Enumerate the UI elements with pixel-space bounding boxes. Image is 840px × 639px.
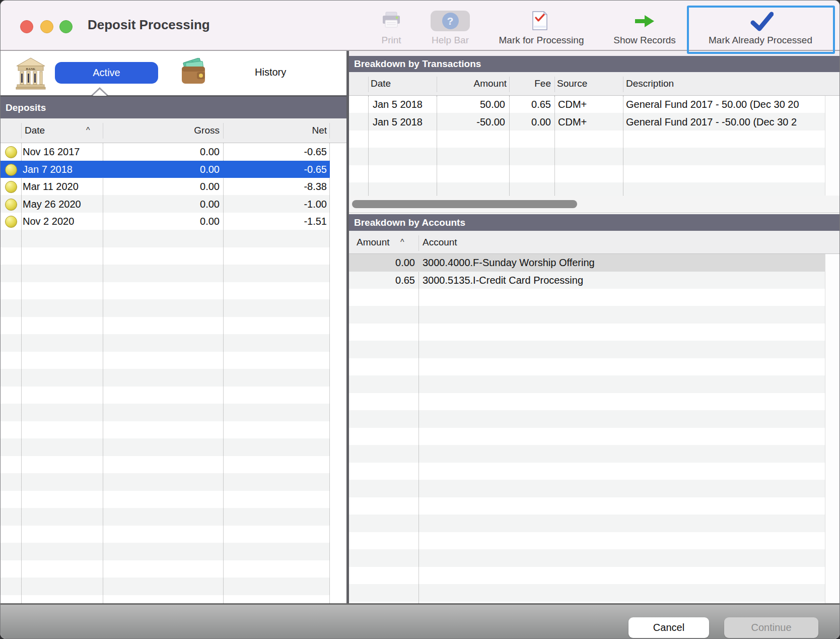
deposit-status-icon [5, 164, 17, 176]
accounts-col-account[interactable]: Account [423, 237, 457, 248]
highlight-border [687, 6, 835, 54]
accounts-table: 0.00 3000.4000.F-Sunday Worship Offering… [349, 254, 840, 603]
transactions-col-fee[interactable]: Fee [534, 78, 551, 89]
accounts-vertical-scrollbar[interactable] [825, 254, 840, 603]
tab-active[interactable]: Active [55, 62, 158, 84]
table-row[interactable]: May 26 2020 0.00 -1.00 [1, 196, 330, 213]
deposits-col-date[interactable]: Date [25, 125, 45, 136]
table-row[interactable]: Nov 2 2020 0.00 -1.51 [1, 213, 330, 230]
table-row[interactable]: 0.65 3000.5135.I-Credit Card Processing [349, 272, 825, 289]
transactions-horizontal-scrollbar[interactable] [349, 196, 840, 213]
active-tab-pointer-fill [93, 89, 107, 96]
deposits-section-title: Deposits [6, 102, 46, 113]
accounts-section-title: Breakdown by Accounts [354, 217, 465, 228]
close-window-button[interactable] [20, 20, 33, 33]
sort-ascending-icon: ^ [86, 126, 90, 135]
footer-bar: Cancel Continue [1, 603, 840, 639]
deposit-status-icon [5, 216, 17, 228]
cancel-button-label: Cancel [653, 622, 684, 633]
continue-button-label: Continue [751, 622, 791, 633]
print-icon [382, 12, 401, 32]
deposits-table: Nov 16 2017 0.00 -0.65 Jan 7 2018 0.00 -… [1, 143, 346, 603]
accounts-table-stripes [349, 254, 825, 603]
minimize-window-button[interactable] [40, 20, 53, 33]
transactions-col-date[interactable]: Date [371, 78, 391, 89]
transactions-col-description[interactable]: Description [626, 78, 674, 89]
accounts-section-header: Breakdown by Accounts [349, 214, 840, 231]
transactions-bottom-border [349, 213, 840, 213]
deposits-col-gross[interactable]: Gross [194, 125, 220, 136]
table-row[interactable]: Jan 5 2018 50.00 0.65 CDM+ General Fund … [349, 96, 825, 113]
table-row[interactable]: Nov 16 2017 0.00 -0.65 [1, 143, 330, 161]
transactions-vertical-scrollbar[interactable] [825, 96, 840, 196]
zoom-window-button[interactable] [59, 20, 73, 33]
page-title: Deposit Processing [88, 17, 210, 33]
deposit-status-icon [5, 146, 17, 158]
transactions-column-header: Date Amount Fee Source Description [349, 72, 840, 96]
mark-for-processing-icon [532, 11, 548, 33]
cancel-button[interactable]: Cancel [628, 617, 709, 638]
table-row-selected[interactable]: 0.00 3000.4000.F-Sunday Worship Offering [349, 254, 825, 272]
deposits-column-header: Date ^ Gross Net [1, 118, 346, 143]
transactions-section-title: Breakdown by Transactions [354, 58, 481, 70]
tab-history[interactable]: History [255, 67, 286, 78]
bank-icon: BANK [16, 57, 46, 92]
help-bar-button[interactable]: Help Bar [432, 35, 469, 46]
table-row-selected[interactable]: Jan 7 2018 0.00 -0.65 [1, 161, 330, 178]
transactions-col-source[interactable]: Source [557, 78, 587, 89]
table-row[interactable]: Mar 11 2020 0.00 -8.38 [1, 178, 330, 196]
deposit-processing-window: Deposit Processing Print ? Help Bar Mark… [0, 0, 840, 639]
horizontal-scrollbar-thumb[interactable] [352, 200, 577, 208]
deposit-status-icon [5, 181, 17, 193]
transactions-table: Jan 5 2018 50.00 0.65 CDM+ General Fund … [349, 96, 840, 196]
deposit-status-icon [5, 199, 17, 211]
deposits-col-net[interactable]: Net [312, 125, 327, 136]
accounts-column-header: Amount ^ Account [349, 231, 840, 254]
tab-bar: BANK Active [1, 51, 346, 95]
transactions-col-amount[interactable]: Amount [474, 78, 507, 89]
question-mark-icon: ? [442, 13, 459, 29]
sort-ascending-icon: ^ [400, 238, 404, 247]
transactions-section-header: Breakdown by Transactions [349, 56, 840, 72]
continue-button[interactable]: Continue [724, 617, 818, 638]
show-records-arrow-icon [635, 14, 654, 30]
tab-active-label: Active [93, 67, 120, 79]
help-bar-icon: ? [431, 11, 470, 31]
svg-text:BANK: BANK [26, 67, 36, 71]
print-button[interactable]: Print [381, 35, 401, 46]
show-records-button[interactable]: Show Records [613, 35, 676, 46]
mark-for-processing-button[interactable]: Mark for Processing [499, 35, 584, 46]
deposits-section-header: Deposits [1, 97, 346, 118]
table-row[interactable]: Jan 5 2018 -50.00 0.00 CDM+ General Fund… [349, 113, 825, 131]
wallet-icon [180, 58, 209, 89]
accounts-col-amount[interactable]: Amount [357, 237, 389, 248]
